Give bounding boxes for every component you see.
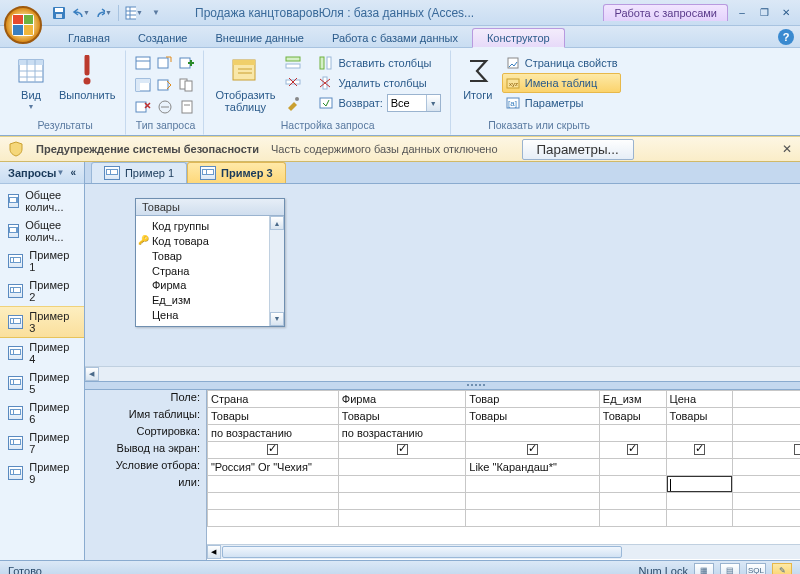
show-checkbox[interactable] [794, 444, 800, 455]
qat-customize-icon[interactable]: ▼ [147, 4, 165, 22]
grid-cell[interactable] [733, 391, 800, 408]
run-button[interactable]: Выполнить [55, 53, 119, 103]
grid-cell[interactable] [733, 493, 800, 510]
scrollbar-horizontal[interactable]: ◀▶ [85, 366, 800, 381]
parameters-button[interactable]: [a]Параметры [502, 93, 621, 113]
grid-cell[interactable] [338, 493, 465, 510]
field-item[interactable]: Фирма [152, 278, 267, 293]
nav-item[interactable]: Общее колич... [0, 186, 84, 216]
maketable-query-icon[interactable] [155, 53, 175, 73]
union-query-icon[interactable] [177, 75, 197, 95]
field-item[interactable]: Цена [152, 308, 267, 323]
nav-item[interactable]: Пример 9 [0, 458, 84, 488]
field-item[interactable]: Код группы [152, 219, 267, 234]
show-checkbox[interactable] [627, 444, 638, 455]
table-field-list-title[interactable]: Товары [136, 199, 284, 216]
grid-cell[interactable] [338, 510, 465, 527]
office-button[interactable] [4, 6, 42, 44]
grid-cell[interactable]: Страна [207, 391, 338, 408]
tab-design[interactable]: Конструктор [472, 28, 565, 48]
grid-cell[interactable] [466, 425, 600, 442]
grid-cell[interactable]: Like "Карандаш*" [466, 459, 600, 476]
grid-cell[interactable] [466, 493, 600, 510]
grid-cell[interactable] [599, 510, 666, 527]
nav-item[interactable]: Пример 1 [0, 246, 84, 276]
nav-item[interactable]: Пример 2 [0, 276, 84, 306]
grid-cell[interactable]: Товары [466, 408, 600, 425]
security-close-icon[interactable]: ✕ [782, 142, 792, 156]
show-checkbox[interactable] [267, 444, 278, 455]
grid-cell[interactable] [733, 408, 800, 425]
grid-cell[interactable] [338, 476, 465, 493]
help-icon[interactable]: ? [778, 29, 794, 45]
grid-cell[interactable] [666, 493, 733, 510]
grid-cell[interactable] [466, 510, 600, 527]
builder-icon[interactable] [283, 93, 303, 113]
grid-cell[interactable] [466, 476, 600, 493]
grid-cell[interactable] [733, 476, 800, 493]
scrollbar-vertical[interactable]: ▲▼ [269, 216, 284, 326]
crosstab-query-icon[interactable] [133, 75, 153, 95]
grid-cell[interactable]: "Россия" Or "Чехия" [207, 459, 338, 476]
tab-home[interactable]: Главная [54, 29, 124, 47]
grid-cell[interactable] [599, 425, 666, 442]
grid-cell[interactable]: Товары [666, 408, 733, 425]
field-item[interactable]: Код товара [152, 234, 267, 249]
show-table-button[interactable]: Отобразить таблицу [211, 53, 279, 115]
grid-cell[interactable]: Цена [666, 391, 733, 408]
grid-cell[interactable] [207, 476, 338, 493]
insert-columns-button[interactable]: Вставить столбцы [315, 53, 443, 73]
delete-rows-icon[interactable] [283, 73, 303, 93]
grid-cell[interactable] [599, 459, 666, 476]
field-item[interactable]: Товар [152, 249, 267, 264]
grid-cell[interactable]: Товары [599, 408, 666, 425]
nav-item[interactable]: Общее колич... [0, 216, 84, 246]
nav-header[interactable]: Запросы▼« [0, 162, 84, 184]
totals-button[interactable]: Итоги [458, 53, 498, 103]
grid-cell[interactable] [666, 476, 733, 493]
tab-create[interactable]: Создание [124, 29, 202, 47]
grid-cell[interactable] [733, 459, 800, 476]
grid-cell[interactable] [733, 510, 800, 527]
grid-cell[interactable] [338, 442, 465, 459]
splitter-handle[interactable] [85, 382, 800, 390]
datasheet-icon[interactable]: ▼ [125, 4, 143, 22]
show-checkbox[interactable] [527, 444, 538, 455]
grid-cell[interactable]: Товары [338, 408, 465, 425]
update-query-icon[interactable] [155, 75, 175, 95]
design-view-button[interactable]: ✎ [772, 563, 792, 574]
nav-item[interactable]: Пример 5 [0, 368, 84, 398]
grid-cell[interactable]: Фирма [338, 391, 465, 408]
undo-icon[interactable]: ▼ [72, 4, 90, 22]
delete-columns-button[interactable]: Удалить столбцы [315, 73, 443, 93]
property-sheet-button[interactable]: Страница свойств [502, 53, 621, 73]
grid-cell[interactable] [466, 442, 600, 459]
datasheet-view-button[interactable]: ▦ [694, 563, 714, 574]
pivot-view-button[interactable]: ▤ [720, 563, 740, 574]
grid-cell[interactable]: по возрастанию [338, 425, 465, 442]
grid-cell[interactable] [599, 493, 666, 510]
minimize-button[interactable]: – [732, 6, 752, 20]
grid-cell[interactable]: Товары [207, 408, 338, 425]
grid-cell[interactable] [207, 510, 338, 527]
nav-item[interactable]: Пример 4 [0, 338, 84, 368]
grid-cell[interactable] [666, 459, 733, 476]
table-field-list[interactable]: Товары Код группыКод товараТоварСтранаФи… [135, 198, 285, 327]
doc-tab-1[interactable]: Пример 3 [187, 162, 286, 183]
show-checkbox[interactable] [694, 444, 705, 455]
grid-cell[interactable] [733, 442, 800, 459]
doc-tab-0[interactable]: Пример 1 [91, 162, 187, 183]
insert-rows-icon[interactable] [283, 53, 303, 73]
redo-icon[interactable]: ▼ [94, 4, 112, 22]
tab-dbtools[interactable]: Работа с базами данных [318, 29, 472, 47]
grid-cell[interactable]: по возрастанию [207, 425, 338, 442]
datadefinition-query-icon[interactable] [177, 97, 197, 117]
select-query-icon[interactable] [133, 53, 153, 73]
return-value-combo[interactable]: ▼ [387, 94, 441, 112]
passthrough-query-icon[interactable] [155, 97, 175, 117]
nav-item[interactable]: Пример 6 [0, 398, 84, 428]
grid-cell[interactable] [733, 425, 800, 442]
design-surface[interactable]: Товары Код группыКод товараТоварСтранаФи… [85, 184, 800, 382]
tab-external[interactable]: Внешние данные [202, 29, 318, 47]
restore-button[interactable]: ❐ [754, 6, 774, 20]
